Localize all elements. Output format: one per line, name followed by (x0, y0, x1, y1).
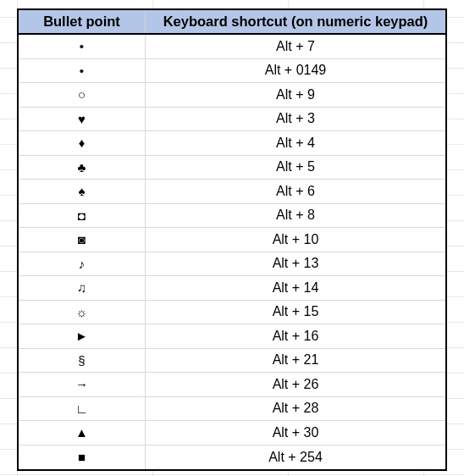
table-row: ►Alt + 16 (19, 324, 445, 349)
table-row: §Alt + 21 (19, 349, 445, 374)
shortcut-cell: Alt + 7 (146, 35, 445, 58)
table-row: ♥Alt + 3 (19, 108, 445, 132)
table-row: →Alt + 26 (19, 373, 445, 397)
shortcut-cell: Alt + 30 (146, 421, 445, 445)
bullet-cell: ♪ (19, 252, 146, 276)
table-row: ∟Alt + 28 (19, 397, 445, 422)
bullet-cell: ∟ (19, 397, 146, 421)
shortcut-cell: Alt + 13 (146, 252, 445, 276)
bullet-cell: ○ (19, 83, 146, 107)
table-row: ■Alt + 254 (19, 446, 445, 470)
shortcut-cell: Alt + 8 (146, 204, 445, 228)
shortcut-cell: Alt + 26 (146, 373, 445, 396)
table-row: ◘Alt + 8 (19, 204, 445, 229)
table-header-row: Bullet point Keyboard shortcut (on numer… (19, 10, 445, 35)
table-row: ♦Alt + 4 (19, 131, 445, 156)
table-row: ♣Alt + 5 (19, 156, 445, 180)
bullet-cell: → (19, 373, 146, 396)
header-bullet-point: Bullet point (19, 10, 146, 33)
shortcut-cell: Alt + 21 (146, 349, 445, 373)
bullet-cell: ▲ (19, 421, 146, 445)
shortcut-cell: Alt + 10 (146, 228, 445, 252)
bullet-cell: • (19, 59, 146, 83)
bullet-cell: ♦ (19, 131, 146, 155)
bullet-cell: ♫ (19, 276, 146, 300)
table-row: ♫Alt + 14 (19, 276, 445, 301)
shortcut-cell: Alt + 4 (146, 131, 445, 155)
bullet-cell: ♠ (19, 180, 146, 203)
table-row: •Alt + 7 (19, 35, 445, 59)
bullet-cell: ◙ (19, 228, 146, 252)
table-row: ○Alt + 9 (19, 83, 445, 108)
bullet-cell: • (19, 35, 146, 58)
shortcut-cell: Alt + 14 (146, 276, 445, 300)
table-row: ☼Alt + 15 (19, 301, 445, 325)
bullet-cell: ■ (19, 446, 146, 470)
table-row: ♪Alt + 13 (19, 252, 445, 277)
shortcut-cell: Alt + 28 (146, 397, 445, 421)
table-body: •Alt + 7•Alt + 0149○Alt + 9♥Alt + 3♦Alt … (19, 35, 445, 469)
table-row: ▲Alt + 30 (19, 421, 445, 446)
header-keyboard-shortcut: Keyboard shortcut (on numeric keypad) (146, 10, 445, 33)
bullet-cell: ◘ (19, 204, 146, 228)
shortcut-cell: Alt + 3 (146, 108, 445, 131)
bullet-cell: ♥ (19, 108, 146, 131)
table-row: ◙Alt + 10 (19, 228, 445, 252)
shortcut-cell: Alt + 15 (146, 301, 445, 324)
bullet-cell: ♣ (19, 156, 146, 180)
shortcut-cell: Alt + 16 (146, 324, 445, 348)
bullet-cell: ☼ (19, 301, 146, 324)
shortcut-cell: Alt + 9 (146, 83, 445, 107)
shortcut-table: Bullet point Keyboard shortcut (on numer… (17, 8, 447, 471)
shortcut-cell: Alt + 254 (146, 446, 445, 470)
shortcut-cell: Alt + 6 (146, 180, 445, 203)
bullet-cell: ► (19, 324, 146, 348)
table-row: ♠Alt + 6 (19, 180, 445, 204)
shortcut-cell: Alt + 0149 (146, 59, 445, 83)
table-row: •Alt + 0149 (19, 59, 445, 84)
bullet-cell: § (19, 349, 146, 373)
shortcut-cell: Alt + 5 (146, 156, 445, 180)
